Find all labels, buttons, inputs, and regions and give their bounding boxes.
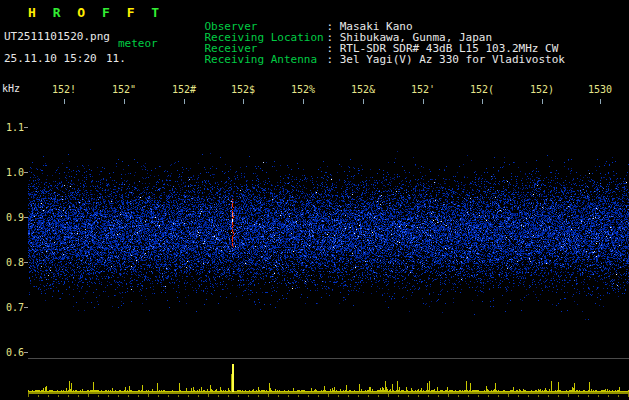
mode-label: meteor: [118, 37, 158, 50]
tick-mark: [542, 99, 543, 104]
tick-mark: [184, 99, 185, 104]
tick-mark: [124, 99, 125, 104]
tick-mark: [303, 99, 304, 104]
time-tick-label: 152": [112, 84, 136, 95]
freq-tick-label: 1.0: [2, 167, 24, 178]
freq-tick-label: 0.9: [2, 212, 24, 223]
time-tick-label: 152$: [231, 84, 255, 95]
datetime-label: 25.11.10 15:20: [4, 52, 97, 65]
power-strip-canvas: [28, 360, 629, 397]
tick-mark: [363, 99, 364, 104]
echo-counter-label: 11.: [106, 52, 126, 65]
tick-mark: [482, 99, 483, 104]
time-tick-label: 152#: [172, 84, 196, 95]
tick-mark: [600, 99, 601, 104]
divider: [28, 358, 629, 359]
time-tick-label: 152(: [470, 84, 494, 95]
time-tick-label: 152&: [351, 84, 375, 95]
logo-letter: R: [53, 5, 61, 20]
freq-tick-label: 0.7: [2, 302, 24, 313]
tick-mark: [64, 99, 65, 104]
info-key: Receiving Antenna: [205, 53, 327, 66]
spectrogram-canvas: [28, 105, 629, 358]
freq-tick-label: 1.1: [2, 122, 24, 133]
time-tick-label: 1530: [588, 84, 612, 95]
time-tick-label: 152): [530, 84, 554, 95]
app-logo: H R O F F T: [28, 5, 168, 20]
tick-mark: [243, 99, 244, 104]
logo-letter: O: [77, 5, 85, 20]
logo-letter: H: [28, 5, 36, 20]
tick-mark: [423, 99, 424, 104]
info-value: : 3el Yagi(V) Az 330 for Vladivostok: [327, 53, 565, 66]
hrofft-window: H R O F F T UT2511101520.png meteor 25.1…: [0, 0, 629, 400]
output-file-label: UT2511101520.png: [4, 30, 110, 43]
logo-letter: F: [102, 5, 110, 20]
logo-letter: F: [127, 5, 135, 20]
time-tick-label: 152!: [52, 84, 76, 95]
time-tick-label: 152': [411, 84, 435, 95]
freq-tick-label: 0.6: [2, 347, 24, 358]
logo-letter: T: [151, 5, 159, 20]
freq-tick-label: 0.8: [2, 257, 24, 268]
time-tick-label: 152%: [291, 84, 315, 95]
khz-unit-label: kHz: [2, 83, 20, 94]
info-row-antenna: Receiving Antenna: 3el Yagi(V) Az 330 fo…: [178, 40, 565, 79]
